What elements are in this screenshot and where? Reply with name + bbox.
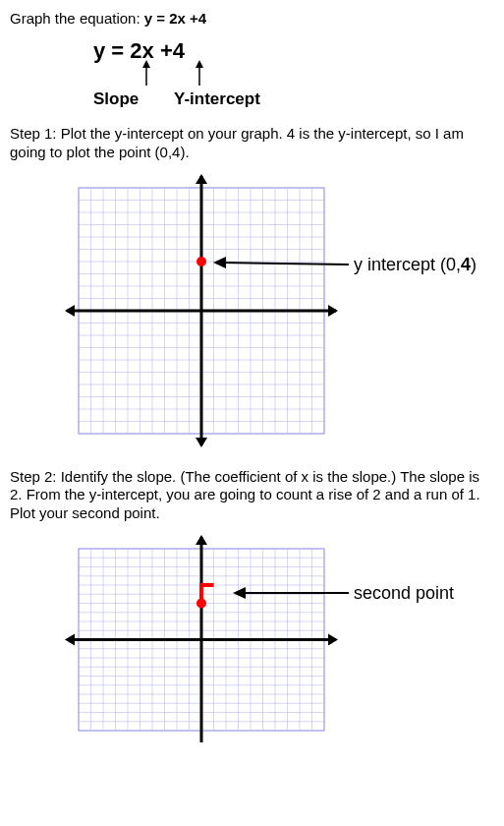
step1-text: Step 1: Plot the y-intercept on your gra… xyxy=(10,125,494,162)
svg-line-54 xyxy=(221,263,349,265)
svg-marker-1 xyxy=(142,60,150,68)
graph2: second point xyxy=(59,529,494,753)
graph2-callout-arrow xyxy=(59,529,373,750)
prompt-text: Graph the equation: xyxy=(10,10,144,27)
svg-marker-55 xyxy=(213,257,226,268)
step2-text: Step 2: Identify the slope. (The coeffic… xyxy=(10,468,494,523)
slope-label: Slope xyxy=(93,89,139,109)
title-equation: y = 2x +4 xyxy=(144,10,206,27)
svg-marker-106 xyxy=(233,587,246,599)
equation-annotated: y = 2x +4 Slope Y-intercept xyxy=(93,34,494,113)
graph1-callout-arrow xyxy=(59,168,373,453)
graph1: y intercept (0,4) xyxy=(59,168,494,456)
title-line: Graph the equation: y = 2x +4 xyxy=(10,10,494,27)
svg-marker-3 xyxy=(196,60,203,68)
yintercept-label: Y-intercept xyxy=(174,89,260,109)
